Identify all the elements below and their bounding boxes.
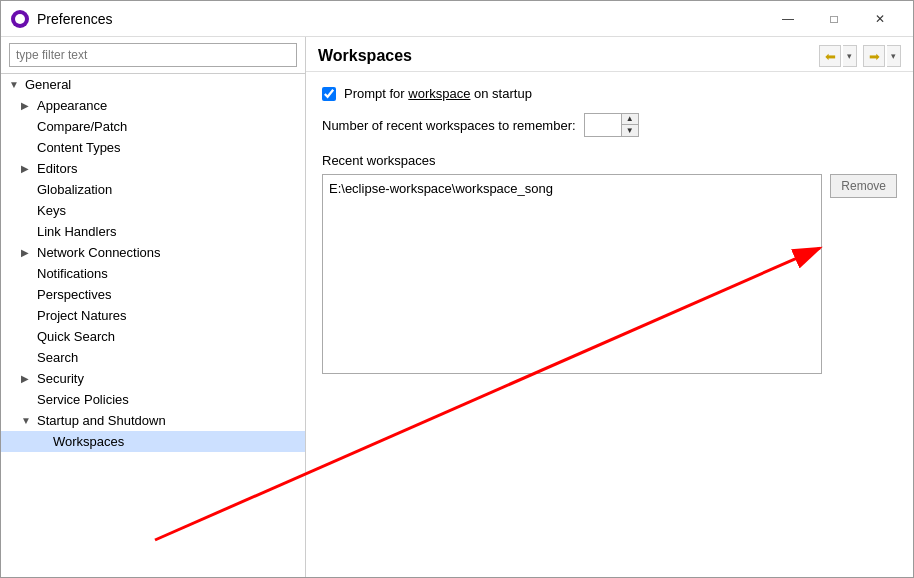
expand-icon-startup-and-shutdown: ▼ — [21, 415, 33, 426]
expand-icon-network-connections: ▶ — [21, 247, 33, 258]
search-box — [1, 37, 305, 74]
recent-list-box: E:\eclipse-workspace\workspace_song — [322, 174, 822, 374]
tree-item-perspectives[interactable]: Perspectives — [1, 284, 305, 305]
tree-item-appearance[interactable]: ▶Appearance — [1, 95, 305, 116]
tree-item-keys[interactable]: Keys — [1, 200, 305, 221]
prompt-row: Prompt for workspace on startup — [322, 86, 897, 101]
tree-item-quick-search[interactable]: Quick Search — [1, 326, 305, 347]
recent-section-label: Recent workspaces — [322, 153, 897, 168]
forward-icon: ➡ — [869, 49, 880, 64]
tree-container: ▼General▶Appearance Compare/Patch Conten… — [1, 74, 305, 577]
tree-label-startup-and-shutdown: Startup and Shutdown — [37, 413, 166, 428]
main-content: Workspaces ⬅ ▾ ➡ ▾ — [306, 37, 913, 577]
workspace-item[interactable]: E:\eclipse-workspace\workspace_song — [329, 179, 815, 198]
back-dropdown-icon: ▾ — [847, 51, 852, 61]
content-header: Workspaces ⬅ ▾ ➡ ▾ — [306, 37, 913, 72]
tree-label-appearance: Appearance — [37, 98, 107, 113]
tree-label-compare-patch: Compare/Patch — [37, 119, 127, 134]
tree-item-workspaces[interactable]: Workspaces — [1, 431, 305, 452]
tree-item-editors[interactable]: ▶Editors — [1, 158, 305, 179]
tree-label-globalization: Globalization — [37, 182, 112, 197]
tree-label-editors: Editors — [37, 161, 77, 176]
tree-item-content-types[interactable]: Content Types — [1, 137, 305, 158]
expand-icon-appearance: ▶ — [21, 100, 33, 111]
spinner-buttons: ▲ ▼ — [621, 114, 638, 136]
tree-item-startup-and-shutdown[interactable]: ▼Startup and Shutdown — [1, 410, 305, 431]
prompt-checkbox[interactable] — [322, 87, 336, 101]
tree-item-service-policies[interactable]: Service Policies — [1, 389, 305, 410]
tree-item-notifications[interactable]: Notifications — [1, 263, 305, 284]
spinner-up[interactable]: ▲ — [622, 114, 638, 125]
spinner-input[interactable]: 10 — [585, 116, 621, 135]
back-button[interactable]: ⬅ — [819, 45, 841, 67]
back-dropdown[interactable]: ▾ — [843, 45, 857, 67]
expand-icon-security: ▶ — [21, 373, 33, 384]
tree-label-perspectives: Perspectives — [37, 287, 111, 302]
nav-arrows: ⬅ ▾ ➡ ▾ — [819, 45, 901, 67]
tree-label-content-types: Content Types — [37, 140, 121, 155]
tree-label-quick-search: Quick Search — [37, 329, 115, 344]
tree-label-security: Security — [37, 371, 84, 386]
expand-icon-editors: ▶ — [21, 163, 33, 174]
tree-label-service-policies: Service Policies — [37, 392, 129, 407]
tree-item-project-natures[interactable]: Project Natures — [1, 305, 305, 326]
prompt-label: Prompt for workspace on startup — [344, 86, 532, 101]
tree-item-globalization[interactable]: Globalization — [1, 179, 305, 200]
close-button[interactable]: ✕ — [857, 5, 903, 33]
tree-label-project-natures: Project Natures — [37, 308, 127, 323]
recent-workspaces-container: E:\eclipse-workspace\workspace_song Remo… — [322, 174, 897, 374]
content-body: Prompt for workspace on startup Number o… — [306, 72, 913, 577]
maximize-button[interactable]: □ — [811, 5, 857, 33]
tree-item-general[interactable]: ▼General — [1, 74, 305, 95]
expand-icon-general: ▼ — [9, 79, 21, 90]
forward-button[interactable]: ➡ — [863, 45, 885, 67]
tree-item-link-handlers[interactable]: Link Handlers — [1, 221, 305, 242]
tree-label-link-handlers: Link Handlers — [37, 224, 117, 239]
tree-label-search: Search — [37, 350, 78, 365]
recent-count-label: Number of recent workspaces to remember: — [322, 118, 576, 133]
forward-dropdown-icon: ▾ — [891, 51, 896, 61]
app-icon — [11, 10, 29, 28]
tree-item-security[interactable]: ▶Security — [1, 368, 305, 389]
tree-item-network-connections[interactable]: ▶Network Connections — [1, 242, 305, 263]
tree-label-general: General — [25, 77, 71, 92]
back-icon: ⬅ — [825, 49, 836, 64]
minimize-button[interactable]: — — [765, 5, 811, 33]
title-bar: Preferences — □ ✕ — [1, 1, 913, 37]
spinner: 10 ▲ ▼ — [584, 113, 639, 137]
window-title: Preferences — [37, 11, 112, 27]
tree-item-compare-patch[interactable]: Compare/Patch — [1, 116, 305, 137]
spinner-down[interactable]: ▼ — [622, 125, 638, 136]
forward-dropdown[interactable]: ▾ — [887, 45, 901, 67]
tree-item-search[interactable]: Search — [1, 347, 305, 368]
recent-count-row: Number of recent workspaces to remember:… — [322, 113, 897, 137]
tree-label-network-connections: Network Connections — [37, 245, 161, 260]
sidebar: ▼General▶Appearance Compare/Patch Conten… — [1, 37, 306, 577]
window-body: ▼General▶Appearance Compare/Patch Conten… — [1, 37, 913, 577]
tree-label-notifications: Notifications — [37, 266, 108, 281]
remove-button[interactable]: Remove — [830, 174, 897, 198]
tree-label-workspaces: Workspaces — [53, 434, 124, 449]
search-input[interactable] — [9, 43, 297, 67]
page-title: Workspaces — [318, 47, 412, 65]
window-controls: — □ ✕ — [765, 5, 903, 33]
tree-label-keys: Keys — [37, 203, 66, 218]
